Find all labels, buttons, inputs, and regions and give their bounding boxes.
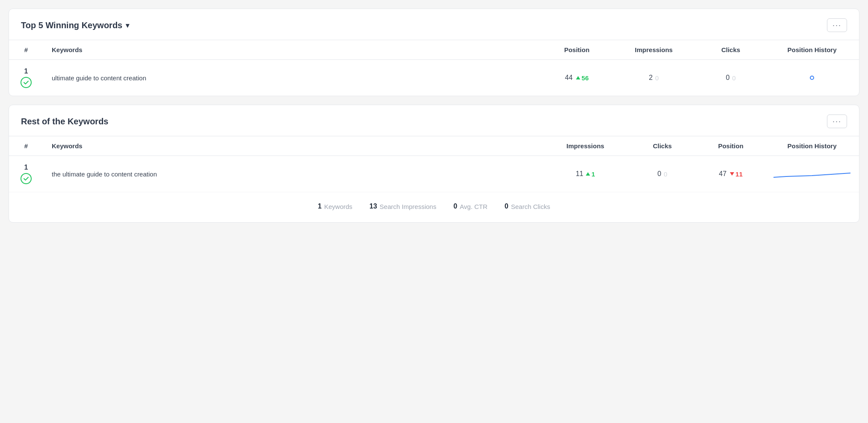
col-position-history: Position History xyxy=(765,40,859,60)
rest-position-current: 47 xyxy=(719,170,726,178)
col-clicks: Clicks xyxy=(697,40,765,60)
chevron-down-icon[interactable]: ▾ xyxy=(126,21,129,29)
stat-ctr-label: Avg. CTR xyxy=(460,203,487,210)
position-delta-value: 56 xyxy=(582,74,589,82)
position-delta-up: 56 xyxy=(576,74,589,82)
impressions-secondary: 0 xyxy=(655,74,658,82)
rest-keywords-table: # Keywords Impressions Clicks Position P… xyxy=(9,136,859,192)
stat-search-clicks-label: Search Clicks xyxy=(511,203,550,210)
rest-impressions-main: 11 xyxy=(576,170,583,178)
rest-impressions-delta: 1 xyxy=(586,170,595,178)
rest-keywords-card: Rest of the Keywords ··· # Keywords Impr… xyxy=(9,105,859,223)
stat-keywords: 1 Keywords xyxy=(318,203,352,210)
footer-stats: 1 Keywords 13 Search Impressions 0 Avg. … xyxy=(9,192,859,222)
stat-impressions-label: Search Impressions xyxy=(380,203,437,210)
rest-position-delta-value: 11 xyxy=(735,170,743,178)
stat-impressions-count: 13 xyxy=(369,203,377,210)
row-number: 1 xyxy=(18,68,35,75)
rest-keywords-title-text: Rest of the Keywords xyxy=(21,117,108,126)
rest-col-clicks: Clicks xyxy=(628,136,697,156)
rest-impressions-cell: 11 1 xyxy=(543,156,628,192)
history-cell xyxy=(765,60,859,96)
impressions-main: 2 xyxy=(649,74,652,82)
triangle-up-icon xyxy=(576,76,580,79)
stat-keywords-count: 1 xyxy=(318,203,322,210)
keyword-cell: ultimate guide to content creation xyxy=(43,60,543,96)
top-keywords-more-button[interactable]: ··· xyxy=(827,18,847,32)
keyword-text: ultimate guide to content creation xyxy=(52,74,146,82)
top-keywords-title: Top 5 Winning Keywords ▾ xyxy=(21,21,129,30)
col-position: Position xyxy=(543,40,611,60)
rest-clicks-cell: 0 0 xyxy=(628,156,697,192)
col-hash: # xyxy=(9,40,43,60)
clicks-cell: 0 0 xyxy=(697,60,765,96)
row-num-cell: 1 xyxy=(9,60,43,96)
rest-keywords-header-row: # Keywords Impressions Clicks Position P… xyxy=(9,136,859,156)
stat-keywords-label: Keywords xyxy=(324,203,352,210)
rest-position-delta-down: 11 xyxy=(730,170,743,178)
sparkline-chart xyxy=(774,165,850,182)
col-impressions: Impressions xyxy=(611,40,697,60)
rest-clicks-main: 0 xyxy=(657,170,661,178)
position-current: 44 xyxy=(565,74,573,82)
rest-impressions-delta-value: 1 xyxy=(591,170,595,178)
history-dot xyxy=(810,76,814,80)
top-keywords-table: # Keywords Position Impressions Clicks P… xyxy=(9,40,859,96)
impressions-cell: 2 0 xyxy=(611,60,697,96)
rest-col-impressions: Impressions xyxy=(543,136,628,156)
rest-row-num-cell: 1 xyxy=(9,156,43,192)
stat-impressions: 13 Search Impressions xyxy=(369,203,436,210)
rest-keywords-thead: # Keywords Impressions Clicks Position P… xyxy=(9,136,859,156)
triangle-up-icon-rest xyxy=(586,172,590,176)
rest-clicks-secondary: 0 xyxy=(664,170,667,178)
rest-history-cell xyxy=(765,156,859,192)
position-cell: 44 56 xyxy=(543,60,611,96)
rest-col-hash: # xyxy=(9,136,43,156)
table-row: 1 ultimate guide to content creation 44 xyxy=(9,60,859,96)
rest-keywords-tbody: 1 the ultimate guide to content creation… xyxy=(9,156,859,192)
rest-position-cell: 47 11 xyxy=(697,156,765,192)
stat-ctr: 0 Avg. CTR xyxy=(453,203,487,210)
top-keywords-card: Top 5 Winning Keywords ▾ ··· # Keywords … xyxy=(9,9,859,96)
stat-search-clicks: 0 Search Clicks xyxy=(505,203,550,210)
top-keywords-header: Top 5 Winning Keywords ▾ ··· xyxy=(9,9,859,40)
col-keywords: Keywords xyxy=(43,40,543,60)
rest-col-position: Position xyxy=(697,136,765,156)
top-keywords-title-text: Top 5 Winning Keywords xyxy=(21,21,122,30)
rest-row-number: 1 xyxy=(18,164,35,171)
clicks-secondary: 0 xyxy=(732,74,735,82)
check-icon xyxy=(21,77,32,88)
rest-check-icon xyxy=(21,173,32,184)
rest-col-keywords: Keywords xyxy=(43,136,543,156)
triangle-down-icon xyxy=(730,172,734,176)
clicks-main: 0 xyxy=(726,74,729,82)
table-row: 1 the ultimate guide to content creation… xyxy=(9,156,859,192)
rest-keyword-text: the ultimate guide to content creation xyxy=(52,170,157,178)
stat-ctr-count: 0 xyxy=(453,203,457,210)
top-keywords-header-row: # Keywords Position Impressions Clicks P… xyxy=(9,40,859,60)
top-keywords-tbody: 1 ultimate guide to content creation 44 xyxy=(9,60,859,96)
rest-keywords-header: Rest of the Keywords ··· xyxy=(9,105,859,136)
rest-keyword-cell: the ultimate guide to content creation xyxy=(43,156,543,192)
rest-col-position-history: Position History xyxy=(765,136,859,156)
rest-keywords-title: Rest of the Keywords xyxy=(21,117,108,126)
stat-search-clicks-count: 0 xyxy=(505,203,508,210)
top-keywords-thead: # Keywords Position Impressions Clicks P… xyxy=(9,40,859,60)
rest-keywords-more-button[interactable]: ··· xyxy=(827,115,847,128)
